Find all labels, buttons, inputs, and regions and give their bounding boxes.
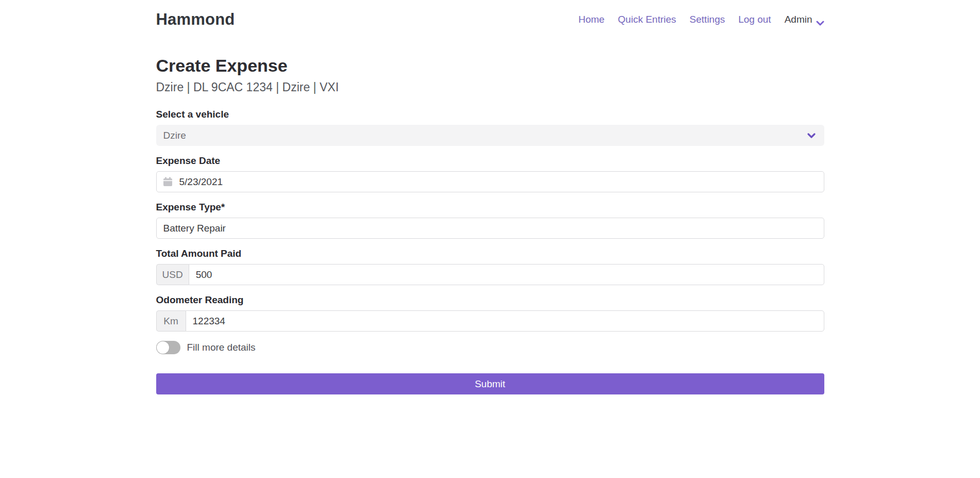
- chevron-down-icon: [807, 131, 816, 141]
- vehicle-field: Select a vehicle Dzire: [156, 109, 824, 146]
- total-amount-input[interactable]: [189, 264, 824, 285]
- fill-more-details-label: Fill more details: [187, 342, 256, 353]
- vehicle-select[interactable]: Dzire: [156, 125, 824, 146]
- expense-date-field: Expense Date: [156, 155, 824, 192]
- expense-form: Select a vehicle Dzire Expense Date: [156, 109, 824, 394]
- expense-date-label: Expense Date: [156, 155, 824, 167]
- user-menu[interactable]: Admin: [785, 14, 824, 25]
- nav-quick-entries[interactable]: Quick Entries: [618, 14, 676, 25]
- nav-home[interactable]: Home: [578, 14, 605, 25]
- fill-more-details-toggle[interactable]: [156, 341, 180, 354]
- header: Hammond Home Quick Entries Settings Log …: [0, 0, 980, 29]
- toggle-knob: [157, 341, 169, 354]
- vehicle-selected-value: Dzire: [163, 130, 186, 141]
- expense-date-input[interactable]: [156, 171, 824, 192]
- create-expense-page: Create Expense Dzire | DL 9CAC 1234 | Dz…: [156, 56, 824, 478]
- nav-logout[interactable]: Log out: [738, 14, 771, 25]
- total-amount-label: Total Amount Paid: [156, 248, 824, 259]
- expense-type-input[interactable]: [156, 218, 824, 239]
- calendar-icon: [163, 177, 173, 189]
- page-title: Create Expense: [156, 56, 824, 76]
- total-amount-field: Total Amount Paid USD: [156, 248, 824, 285]
- expense-type-label: Expense Type*: [156, 202, 824, 213]
- submit-button[interactable]: Submit: [156, 373, 824, 394]
- odometer-input[interactable]: [186, 310, 824, 332]
- currency-prefix: USD: [156, 264, 189, 285]
- vehicle-label: Select a vehicle: [156, 109, 824, 120]
- vehicle-summary: Dzire | DL 9CAC 1234 | Dzire | VXI: [156, 80, 824, 94]
- chevron-down-icon: [816, 17, 824, 22]
- nav-settings[interactable]: Settings: [690, 14, 725, 25]
- brand-logo[interactable]: Hammond: [156, 10, 235, 29]
- expense-type-field: Expense Type*: [156, 202, 824, 239]
- main-nav: Home Quick Entries Settings Log out Admi…: [578, 14, 824, 25]
- odometer-field: Odometer Reading Km: [156, 294, 824, 332]
- odometer-label: Odometer Reading: [156, 294, 824, 306]
- more-details-row: Fill more details: [156, 341, 824, 354]
- distance-unit-prefix: Km: [156, 310, 186, 332]
- user-menu-label: Admin: [785, 14, 812, 25]
